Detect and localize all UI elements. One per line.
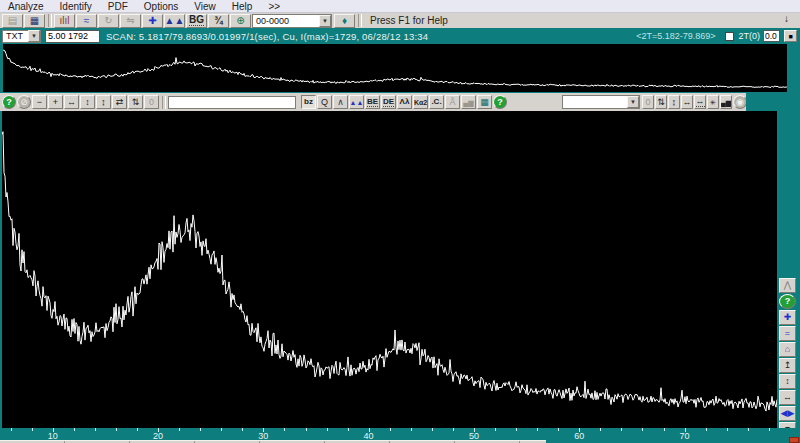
save-button[interactable]: ▦ — [24, 14, 45, 28]
theta-zero-input[interactable] — [763, 30, 780, 42]
background-edit-button[interactable]: BE — [365, 95, 380, 109]
h-pan-button[interactable]: ◀▶ — [779, 406, 796, 421]
x-axis-minor-tick — [390, 428, 391, 431]
save-button-icon: ▦ — [30, 16, 39, 26]
status-text: Press F1 for Help — [370, 15, 448, 26]
format-combo[interactable]: TXT ▼ — [2, 30, 41, 43]
peaks-display-button[interactable]: ▲▲ — [349, 95, 364, 109]
smooth-ratio-button-icon: ¾ — [214, 16, 222, 26]
v-fit-button[interactable]: ↨ — [668, 95, 680, 109]
smooth-ratio-button[interactable]: ¾ — [208, 14, 229, 28]
overlay-list[interactable] — [168, 96, 296, 109]
scan-header-bar: TXT ▼ SCAN: 5.1817/79.8693/0.01997/1(sec… — [0, 28, 800, 44]
v-range-button[interactable]: ↕ — [779, 374, 796, 389]
menu-item-identify[interactable]: Identify — [52, 0, 100, 13]
prev-round-button[interactable]: ◉ — [733, 95, 747, 109]
toolbar-teal-filler — [746, 93, 800, 111]
home-view-button[interactable]: ⌂ — [779, 342, 796, 357]
header-grip-button[interactable]: ■ — [784, 30, 797, 42]
expand-v-button[interactable]: ↕ — [80, 95, 95, 109]
menu-item-options[interactable]: Options — [136, 0, 186, 13]
cursor-tool-button[interactable]: bz — [301, 95, 316, 109]
main-plot-area[interactable] — [2, 111, 777, 428]
help-side-button[interactable]: ? — [779, 294, 796, 309]
zoom-in-button[interactable]: + — [48, 95, 63, 109]
print-button: ▤ — [2, 14, 23, 28]
top-toolbar: ▤▦ılıl≈↻⇋✚▲▲BG¾⊕00-0000▼♦Press F1 for He… — [0, 13, 800, 28]
collapse-arrow-icon[interactable]: ↓ — [784, 13, 789, 24]
zero-button: 0 — [144, 95, 159, 109]
data-edit-button[interactable]: DE — [381, 95, 396, 109]
restore-scale-button-icon: ⇄ — [116, 98, 124, 107]
tile-windows-button[interactable]: ▦ — [477, 95, 492, 109]
twin-peaks-button[interactable]: ▲▲ — [164, 14, 185, 28]
x-axis-minor-tick — [537, 428, 538, 431]
menu-item-view[interactable]: View — [186, 0, 224, 13]
toolbar-separator — [162, 96, 166, 109]
h-fit-button-icon: ↔ — [696, 97, 705, 107]
fit-v-button[interactable]: ↨ — [96, 95, 111, 109]
x-axis-minor-tick — [495, 428, 496, 431]
droplet-button[interactable]: ♦ — [334, 14, 355, 28]
overview-toggle-button[interactable]: ⋀ — [779, 278, 796, 293]
kalpha2-strip-button[interactable]: Kα2 — [413, 95, 428, 109]
pdf-card-combo[interactable]: 00-0000▼ — [252, 14, 332, 28]
overlay-lines-button-icon: = — [785, 329, 790, 338]
cursor-tool-button-icon: bz — [304, 98, 313, 106]
help-button[interactable]: ? — [2, 95, 16, 109]
position-input[interactable] — [45, 30, 100, 43]
peak-id-button[interactable]: ∧ — [333, 95, 348, 109]
pan-4way-button[interactable]: ✚ — [779, 310, 796, 325]
globe-button-icon: ⊕ — [236, 16, 244, 26]
zoom-out-button[interactable]: − — [32, 95, 47, 109]
overlay-patterns-button[interactable]: ≈ — [76, 14, 97, 28]
h-range-button[interactable]: ↔ — [779, 390, 796, 405]
scale-combo[interactable]: ▼ — [562, 95, 640, 109]
angstrom-button: Å — [445, 95, 460, 109]
calibrate-button[interactable]: .C. — [429, 95, 444, 109]
v-fit-button-icon: ↨ — [672, 98, 677, 107]
report-bars-button: ▄▆ — [461, 95, 476, 109]
histogram-button[interactable]: ▄▆ — [720, 95, 732, 109]
overview-strip — [0, 44, 800, 93]
overview-toggle-button-icon: ⋀ — [784, 281, 791, 290]
overlay-lines-button[interactable]: = — [779, 326, 796, 341]
overview-plot-area[interactable] — [3, 44, 787, 92]
scale-toggle-button[interactable]: ⇅ — [128, 95, 143, 109]
help-side-button-icon: ? — [785, 297, 791, 306]
menu-item-[interactable]: >> — [260, 0, 288, 13]
menu-item-help[interactable]: Help — [224, 0, 261, 13]
menu-item-analyze[interactable]: Analyze — [0, 0, 52, 13]
cancel-button[interactable]: ⊘ — [17, 95, 31, 109]
x-axis-minor-tick — [664, 428, 665, 431]
expand-h-button[interactable]: ↔ — [64, 95, 79, 109]
background-button[interactable]: BG — [186, 14, 207, 28]
profile-fit-button[interactable]: Λλ — [397, 95, 412, 109]
x-axis-minor-tick — [95, 428, 96, 431]
pattern-sticks-button[interactable]: ılıl — [54, 14, 75, 28]
menu-item-pdf[interactable]: PDF — [100, 0, 136, 13]
angstrom-button-icon: Å — [449, 98, 455, 107]
h-zoom-button[interactable]: ↔ — [681, 95, 693, 109]
cancel-button-icon: ⊘ — [20, 98, 28, 107]
zero2-button: 0 — [642, 95, 654, 109]
v-range-button-icon: ↕ — [785, 377, 790, 386]
rescale-button[interactable]: ✳ — [707, 95, 719, 109]
background-button-icon: BG — [189, 15, 204, 26]
theta-zero-checkbox[interactable] — [725, 32, 734, 41]
magnify-button[interactable]: Q — [317, 95, 332, 109]
restore-scale-button[interactable]: ⇄ — [112, 95, 127, 109]
alert-icon — [789, 437, 799, 443]
x-axis-minor-tick — [769, 428, 770, 431]
pan-mode-button[interactable]: ✚ — [142, 14, 163, 28]
rotate-button: ↻ — [98, 14, 119, 28]
globe-button[interactable]: ⊕ — [230, 14, 251, 28]
x-axis-minor-tick — [74, 428, 75, 431]
toolbar-gap — [508, 102, 562, 103]
h-range-button-icon: ↔ — [783, 393, 792, 402]
v-zoom-button[interactable]: ⇅ — [655, 95, 667, 109]
help2-button[interactable]: ? — [493, 95, 507, 109]
scale-top-button[interactable]: ↥ — [779, 358, 796, 373]
h-fit-button[interactable]: ↔ — [694, 95, 706, 109]
theta-zero-label: 2T(0) — [738, 31, 760, 41]
